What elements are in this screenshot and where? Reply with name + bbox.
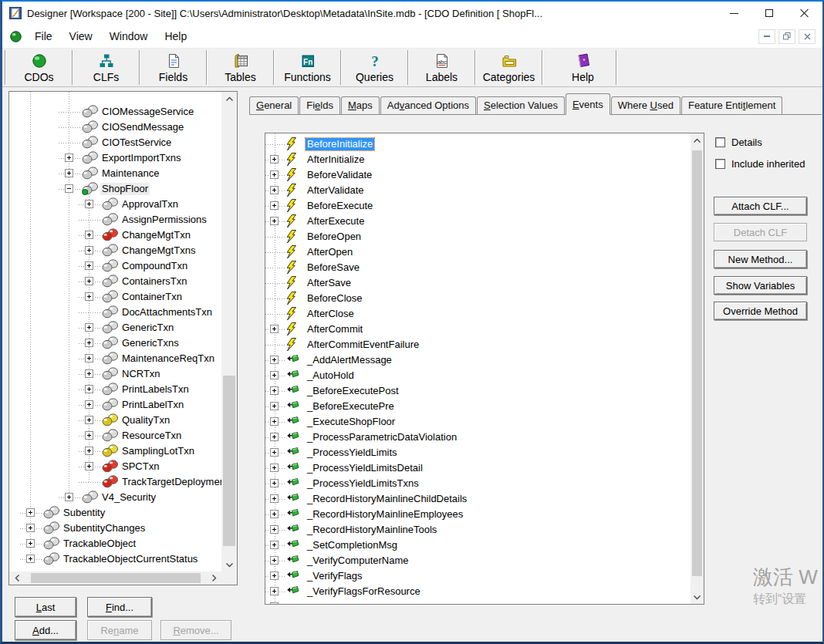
expand-box[interactable] bbox=[65, 153, 73, 162]
tab-events[interactable]: Events bbox=[566, 93, 610, 115]
expand-box[interactable] bbox=[270, 386, 279, 395]
event-item[interactable]: AfterSave bbox=[265, 275, 691, 291]
tree-item[interactable]: PrintLabelTxn bbox=[9, 397, 221, 413]
attach-clf-button[interactable]: Attach CLF... bbox=[714, 197, 807, 215]
expand-box[interactable] bbox=[85, 416, 93, 424]
event-item[interactable]: _BeforeExecutePost bbox=[265, 383, 691, 399]
tree-item[interactable]: SPCTxn bbox=[9, 459, 221, 474]
event-item[interactable] bbox=[265, 599, 691, 604]
tree-item[interactable]: SubentityChanges bbox=[9, 521, 221, 536]
event-item[interactable]: _VerifyComputerName bbox=[265, 553, 691, 568]
expand-box[interactable] bbox=[85, 354, 93, 362]
tree-item[interactable]: Maintenance bbox=[9, 166, 221, 181]
last-button[interactable]: Last bbox=[15, 597, 76, 617]
tab-where-used[interactable]: Where Used bbox=[611, 96, 680, 114]
tree-item[interactable]: QualityTxn bbox=[9, 413, 221, 428]
event-item[interactable]: _VerifyFlags bbox=[265, 568, 691, 584]
expand-box[interactable] bbox=[85, 231, 93, 239]
expand-box[interactable] bbox=[85, 277, 93, 285]
tree-item[interactable]: AssignPermissions bbox=[9, 212, 221, 228]
expand-box[interactable] bbox=[270, 602, 279, 604]
event-item[interactable]: AfterCommit bbox=[265, 322, 691, 337]
tab-fields[interactable]: Fields bbox=[299, 96, 340, 114]
tab-selection-values[interactable]: Selection Values bbox=[477, 96, 565, 114]
event-item[interactable]: _AutoHold bbox=[265, 368, 691, 383]
tree-item[interactable]: TrackableObjectCurrentStatus bbox=[9, 551, 221, 567]
override-method-button[interactable]: Override Method bbox=[714, 302, 807, 320]
expand-box[interactable] bbox=[85, 369, 93, 378]
tab-advanced-options[interactable]: Advanced Options bbox=[380, 96, 476, 114]
event-item[interactable]: _RecordHistoryMainlineChildDetails bbox=[265, 491, 691, 507]
tree-item[interactable]: TrackTargetDeploymen bbox=[9, 474, 221, 490]
event-item[interactable]: _AddAlertMessage bbox=[265, 352, 691, 368]
menu-file[interactable]: File bbox=[26, 30, 61, 42]
expand-box[interactable] bbox=[85, 447, 93, 455]
scroll-left-button[interactable] bbox=[9, 572, 25, 585]
checkbox-include-inherited[interactable]: Include inherited bbox=[715, 157, 805, 170]
scroll-down-button[interactable] bbox=[221, 558, 237, 572]
expand-box[interactable] bbox=[270, 217, 279, 225]
event-item[interactable]: AfterValidate bbox=[265, 183, 691, 198]
expand-box[interactable] bbox=[65, 169, 73, 177]
event-item[interactable]: _ProcessYieldLimits bbox=[265, 445, 691, 460]
expand-box[interactable] bbox=[85, 292, 93, 301]
new-method-button[interactable]: New Method... bbox=[714, 250, 807, 268]
expand-box[interactable] bbox=[270, 572, 279, 580]
checkbox-box[interactable] bbox=[715, 137, 725, 147]
tree-vertical-scrollbar[interactable] bbox=[221, 92, 237, 572]
expand-box[interactable] bbox=[85, 462, 93, 470]
expand-box[interactable] bbox=[270, 587, 279, 595]
event-item[interactable]: BeforeOpen bbox=[265, 229, 691, 244]
event-item[interactable]: AfterOpen bbox=[265, 244, 691, 260]
mdi-restore-button[interactable] bbox=[778, 29, 795, 44]
event-item[interactable]: _BeforeExecutePre bbox=[265, 399, 691, 414]
scrollbar-thumb[interactable] bbox=[692, 150, 702, 576]
tree-item[interactable]: GenericTxns bbox=[9, 335, 221, 351]
expand-box[interactable] bbox=[85, 200, 93, 208]
event-item[interactable]: _ProcessYieldLimitsDetail bbox=[265, 460, 691, 476]
tree-item[interactable]: GenericTxn bbox=[9, 320, 221, 335]
tree-item[interactable]: PrintLabelsTxn bbox=[9, 382, 221, 397]
tree-item[interactable]: TrackableObject bbox=[9, 536, 221, 551]
find-button[interactable]: Find... bbox=[87, 597, 152, 617]
scrollbar-thumb[interactable] bbox=[31, 573, 201, 583]
event-item[interactable]: AfterClose bbox=[265, 306, 691, 322]
toolbar-button-functions[interactable]: FnFunctions bbox=[275, 49, 340, 86]
scrollbar-thumb[interactable] bbox=[223, 376, 235, 546]
tab-feature-entitlement[interactable]: Feature Entitlement bbox=[681, 96, 782, 114]
close-button[interactable] bbox=[787, 2, 822, 25]
tree-item[interactable]: CIOMessageService bbox=[9, 104, 221, 120]
toolbar-button-categories[interactable]: Categories bbox=[476, 49, 542, 86]
expand-box[interactable] bbox=[270, 201, 279, 210]
expand-box[interactable] bbox=[270, 525, 279, 534]
mdi-minimize-button[interactable] bbox=[758, 29, 775, 44]
expand-box[interactable] bbox=[85, 323, 93, 332]
expand-box[interactable] bbox=[270, 155, 279, 164]
expand-box[interactable] bbox=[85, 385, 93, 393]
scroll-up-button[interactable] bbox=[221, 92, 237, 106]
tree-item[interactable]: ChangeMgtTxn bbox=[9, 228, 221, 243]
event-item[interactable]: AfterInitialize bbox=[265, 152, 691, 167]
menu-help[interactable]: Help bbox=[156, 30, 195, 42]
tree-item[interactable]: CIOTestService bbox=[9, 135, 221, 150]
expand-box[interactable] bbox=[270, 186, 279, 194]
minimize-button[interactable] bbox=[716, 2, 751, 25]
tree-item[interactable]: V4_Security bbox=[9, 490, 221, 505]
expand-box[interactable] bbox=[85, 339, 93, 347]
expand-box[interactable] bbox=[270, 541, 279, 549]
expand-box[interactable] bbox=[270, 510, 279, 518]
tree-item[interactable]: Subentity bbox=[9, 505, 221, 521]
toolbar-button-tables[interactable]: Tables bbox=[208, 49, 273, 86]
expand-box[interactable] bbox=[85, 246, 93, 255]
scroll-down-button[interactable] bbox=[691, 590, 704, 604]
tree-item[interactable]: DocAttachmentsTxn bbox=[9, 305, 221, 320]
expand-box[interactable] bbox=[270, 170, 279, 179]
checkbox-details[interactable]: Details bbox=[715, 136, 762, 148]
event-item[interactable]: AfterExecute bbox=[265, 214, 691, 229]
tree-item[interactable]: ContainersTxn bbox=[9, 274, 221, 289]
expand-box[interactable] bbox=[26, 524, 35, 532]
event-item[interactable]: BeforeSave bbox=[265, 260, 691, 275]
expand-box[interactable] bbox=[270, 402, 279, 410]
toolbar-button-clfs[interactable]: CLFs bbox=[73, 49, 139, 86]
expand-box[interactable] bbox=[270, 494, 279, 503]
